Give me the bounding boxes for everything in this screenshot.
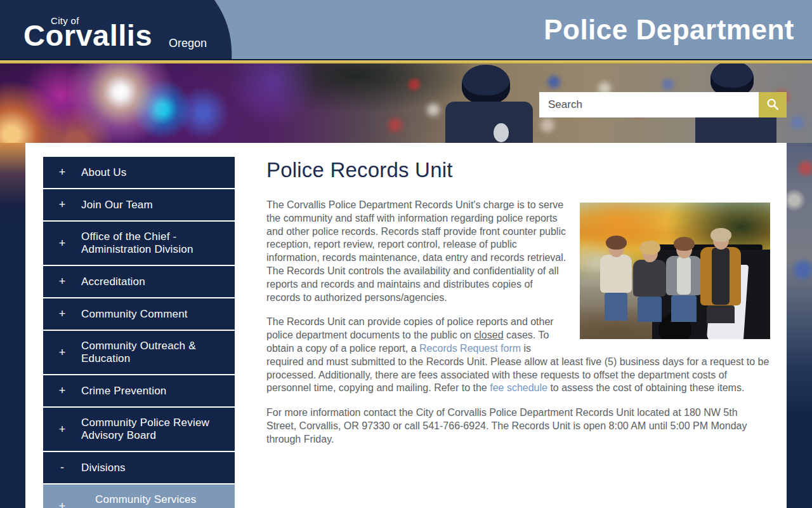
sidebar-item-divisions[interactable]: - Divisions xyxy=(43,452,235,483)
closed-emphasis: closed xyxy=(474,330,503,340)
content-card: + About Us + Join Our Team + Office of t… xyxy=(25,143,787,508)
sidebar-item-community-police-review-advisory-board[interactable]: + Community Police Review Advisory Board xyxy=(43,408,235,451)
sidebar-item-accreditation[interactable]: + Accreditation xyxy=(43,266,235,297)
officer-headlight xyxy=(494,123,509,142)
search-bar xyxy=(539,92,787,117)
expand-icon[interactable]: + xyxy=(43,384,81,398)
expand-icon[interactable]: + xyxy=(43,500,81,508)
fee-schedule-link[interactable]: fee schedule xyxy=(490,382,547,393)
city-logo[interactable]: City of Corvallis Oregon xyxy=(0,0,241,60)
sidebar-item-community-comment[interactable]: + Community Comment xyxy=(43,298,235,330)
sidebar-item-join-our-team[interactable]: + Join Our Team xyxy=(43,189,235,220)
sidebar-item-office-of-the-chief[interactable]: + Office of the Chief - Administration D… xyxy=(43,222,235,265)
staff-member xyxy=(700,231,741,339)
expand-icon[interactable]: + xyxy=(43,307,81,321)
collapse-icon[interactable]: - xyxy=(43,461,81,474)
expand-icon[interactable]: + xyxy=(43,166,81,179)
department-title: Police Department xyxy=(544,14,794,46)
sidebar-item-crime-prevention[interactable]: + Crime Prevention xyxy=(43,375,235,406)
hero-banner-photo xyxy=(0,64,812,143)
sidebar-item-community-services-division[interactable]: + Community Services Division xyxy=(43,485,235,508)
records-request-form-link[interactable]: Records Request form xyxy=(419,343,521,354)
expand-icon[interactable]: + xyxy=(43,237,81,250)
site-header: City of Corvallis Oregon Police Departme… xyxy=(0,0,812,60)
page-title: Police Records Unit xyxy=(266,158,770,182)
magnifier-icon xyxy=(766,97,780,113)
background-right-photo-fade xyxy=(787,143,812,416)
logo-city-name: Corvallis xyxy=(23,18,152,53)
officer-helmet-left xyxy=(462,65,510,104)
sidebar-navigation: + About Us + Join Our Team + Office of t… xyxy=(43,157,235,508)
expand-icon[interactable]: + xyxy=(43,275,81,288)
staff-member xyxy=(666,240,702,339)
expand-icon[interactable]: + xyxy=(43,423,81,436)
main-content: Police Records Unit xyxy=(266,156,770,458)
search-input[interactable] xyxy=(539,92,759,117)
officer-torso-left xyxy=(445,102,533,143)
sidebar-item-community-outreach-education[interactable]: + Community Outreach & Education xyxy=(43,331,235,374)
logo-state-label: Oregon xyxy=(169,37,207,50)
sidebar-item-about-us[interactable]: + About Us xyxy=(43,157,235,188)
staff-members xyxy=(599,231,751,339)
paragraph-contact-info: For more information contact the City of… xyxy=(266,406,770,446)
staff-member xyxy=(633,244,666,339)
expand-icon[interactable]: + xyxy=(43,198,81,211)
gold-divider xyxy=(0,59,812,64)
background-left-photo-fade xyxy=(0,143,25,232)
expand-icon[interactable]: + xyxy=(43,346,81,359)
records-staff-photo xyxy=(580,203,770,339)
staff-member xyxy=(600,239,632,339)
search-button[interactable] xyxy=(759,92,787,117)
crowd-speckles xyxy=(0,64,6,70)
